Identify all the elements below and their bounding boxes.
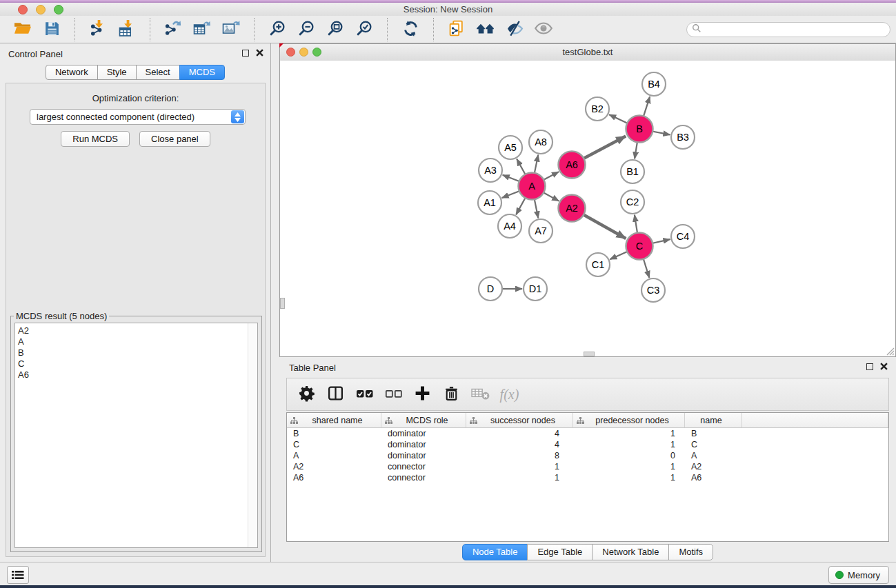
graph-node-A8[interactable]: A8 [529, 130, 552, 154]
save-session-button[interactable] [37, 17, 66, 42]
table-cell[interactable]: A6 [287, 472, 381, 483]
table-row[interactable]: Cdominator41C [287, 439, 888, 450]
table-cell[interactable]: connector [381, 472, 466, 483]
column-header-name[interactable]: name [685, 413, 742, 427]
table-cell[interactable]: connector [381, 461, 466, 472]
graph-node-C3[interactable]: C3 [641, 278, 665, 302]
run-mcds-button[interactable]: Run MCDS [61, 131, 130, 147]
graph-node-C1[interactable]: C1 [586, 253, 610, 276]
graph-node-D1[interactable]: D1 [524, 277, 547, 301]
result-item[interactable]: B [15, 347, 257, 358]
zoom-out-button[interactable] [292, 17, 321, 42]
graph-node-B3[interactable]: B3 [671, 125, 695, 149]
table-cell[interactable]: B [287, 428, 381, 439]
close-panel-icon[interactable] [256, 49, 263, 57]
float-panel-icon[interactable] [242, 50, 249, 57]
column-header-MCDS-role[interactable]: MCDS role [381, 413, 466, 427]
table-cell[interactable]: A2 [287, 461, 381, 472]
column-header-predecessor-nodes[interactable]: predecessor nodes [573, 413, 685, 427]
graph-node-A4[interactable]: A4 [498, 214, 521, 238]
table-cell[interactable]: 8 [466, 450, 573, 461]
select-all-button[interactable] [352, 381, 377, 407]
graph-edge-A6-B[interactable] [582, 136, 626, 159]
graph-edge-C-C2[interactable] [635, 215, 637, 234]
result-scrollbar[interactable] [248, 323, 257, 547]
zoom-fit-button[interactable] [321, 17, 350, 42]
tab-select[interactable]: Select [136, 65, 180, 80]
zoom-in-button[interactable] [263, 17, 292, 42]
hide-panel-button[interactable] [529, 17, 558, 42]
criterion-dropdown[interactable]: largest connected component (directed) [30, 109, 246, 125]
graph-edge-A-A5[interactable] [517, 159, 526, 176]
graph-node-C[interactable]: C [626, 233, 653, 260]
graphics-details-button[interactable] [500, 17, 529, 42]
table-cell[interactable]: 1 [573, 428, 685, 439]
table-cell[interactable]: C [287, 439, 381, 450]
graph-edge-B-B2[interactable] [609, 114, 628, 123]
graph-node-A6[interactable]: A6 [559, 152, 586, 179]
open-session-button[interactable] [8, 17, 37, 42]
graph-edge-A-A1[interactable] [502, 190, 521, 198]
show-panels-button[interactable] [7, 566, 29, 584]
memory-button[interactable]: Memory [828, 566, 889, 584]
network-canvas[interactable]: B4B2BB3A8A5A6A3B1AA1C2A2A4A7C4CC1C3DD1 [280, 61, 895, 356]
graph-node-B1[interactable]: B1 [621, 160, 644, 183]
search-input[interactable] [705, 23, 890, 35]
table-cell[interactable]: 1 [573, 439, 685, 450]
table-cell[interactable]: 4 [466, 439, 573, 450]
graph-edge-A-A3[interactable] [503, 175, 521, 182]
graph-node-B[interactable]: B [626, 116, 653, 143]
graph-edge-C-C3[interactable] [643, 258, 649, 278]
import-network-button[interactable] [83, 17, 112, 42]
table-cell[interactable]: 4 [466, 428, 573, 439]
table-settings-button[interactable] [294, 381, 319, 407]
graph-edge-A-A6[interactable] [542, 172, 559, 181]
table-cell[interactable]: 1 [466, 472, 573, 483]
graph-node-B2[interactable]: B2 [586, 97, 609, 121]
horizontal-scroll-thumb[interactable] [584, 352, 595, 356]
graph-node-C4[interactable]: C4 [671, 225, 695, 248]
table-cell[interactable]: B [685, 428, 742, 439]
column-header-shared-name[interactable]: shared name [287, 413, 381, 427]
table-cell[interactable]: A2 [685, 461, 742, 472]
export-table-button[interactable] [188, 17, 217, 42]
export-image-button[interactable] [217, 17, 246, 42]
graph-node-D[interactable]: D [479, 277, 502, 301]
table-cell[interactable]: 1 [573, 472, 685, 483]
graph-node-B4[interactable]: B4 [642, 72, 666, 96]
tab-edge-table[interactable]: Edge Table [527, 544, 593, 560]
graph-node-A2[interactable]: A2 [559, 195, 586, 222]
tab-network[interactable]: Network [46, 65, 98, 80]
graph-node-A3[interactable]: A3 [479, 159, 502, 182]
column-layout-button[interactable] [323, 381, 348, 407]
graph-edge-A-A2[interactable] [542, 192, 559, 201]
vertical-scroll-thumb[interactable] [280, 298, 285, 309]
table-cell[interactable]: C [685, 439, 742, 450]
graph-edge-B-B3[interactable] [651, 131, 670, 134]
table-cell[interactable]: 1 [466, 461, 573, 472]
graph-node-A[interactable]: A [519, 173, 546, 200]
tab-style[interactable]: Style [97, 65, 137, 80]
tab-mcds[interactable]: MCDS [179, 65, 225, 80]
graph-edge-A-A4[interactable] [516, 196, 526, 214]
graph-node-A7[interactable]: A7 [529, 219, 552, 243]
graph-edge-B-B4[interactable] [643, 97, 650, 117]
tab-network-table[interactable]: Network Table [592, 544, 669, 560]
table-cell[interactable]: 1 [573, 461, 685, 472]
table-row[interactable]: Adominator80A [287, 450, 888, 461]
result-item[interactable]: A [15, 336, 257, 347]
result-item[interactable]: A2 [15, 325, 257, 336]
graph-node-A1[interactable]: A1 [478, 191, 501, 214]
resize-grip-icon[interactable] [885, 346, 895, 356]
close-table-panel-icon[interactable] [880, 363, 888, 370]
table-cell[interactable]: dominator [381, 428, 466, 439]
table-row[interactable]: Bdominator41B [287, 428, 888, 439]
result-item[interactable]: A6 [15, 369, 257, 381]
table-cell[interactable]: A6 [685, 472, 742, 483]
deselect-all-button[interactable] [381, 381, 406, 407]
tab-motifs[interactable]: Motifs [668, 544, 713, 560]
refresh-layout-button[interactable] [396, 17, 425, 42]
table-cell[interactable]: dominator [381, 450, 466, 461]
search-box[interactable] [686, 22, 890, 37]
export-network-button[interactable] [159, 17, 188, 42]
